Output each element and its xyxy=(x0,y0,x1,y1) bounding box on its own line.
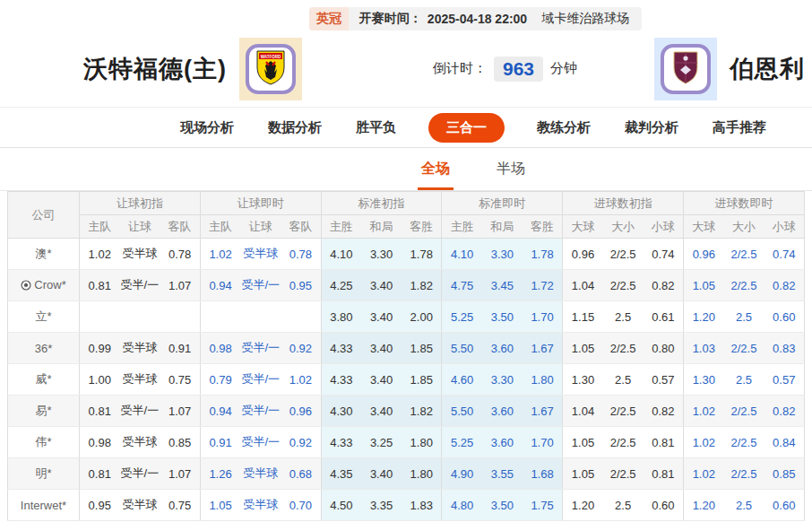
odds-cell: 3.50 xyxy=(482,490,523,521)
odds-cell: 0.92 xyxy=(281,427,321,458)
tab-full-time[interactable]: 全场 xyxy=(418,148,454,190)
odds-cell: 1.70 xyxy=(523,301,563,333)
odds-cell: 受半球 xyxy=(240,458,281,490)
odds-cell: 0.99 xyxy=(80,333,120,364)
odds-cell: 0.57 xyxy=(644,364,684,396)
venue-name: 域卡维治路球场 xyxy=(541,11,629,27)
odds-cell: 1.72 xyxy=(523,270,563,301)
table-row: 立*3.803.402.005.253.501.701.152.50.611.2… xyxy=(8,301,805,333)
odds-cell: 3.60 xyxy=(482,396,523,427)
odds-cell: 1.20 xyxy=(684,301,724,333)
odds-cell: 受半/一 xyxy=(240,270,281,301)
odds-cell xyxy=(80,301,120,333)
odds-cell: 1.02 xyxy=(200,239,240,270)
odds-cell: 0.80 xyxy=(644,333,684,364)
odds-cell: 2.5 xyxy=(603,364,644,396)
odds-cell: 3.40 xyxy=(361,458,402,490)
odds-cell: 1.80 xyxy=(402,427,442,458)
column-header-company: 公司 xyxy=(8,192,80,239)
column-sub-header: 让球 xyxy=(119,215,160,239)
odds-cell: 2.5 xyxy=(724,364,764,396)
countdown-label: 倒计时： xyxy=(433,60,487,77)
column-sub-header: 和局 xyxy=(482,215,523,239)
odds-cell: 0.98 xyxy=(80,427,120,458)
tab-coach-analysis[interactable]: 教练分析 xyxy=(535,113,592,143)
column-sub-header: 主胜 xyxy=(321,215,361,239)
column-sub-header: 让球 xyxy=(240,215,281,239)
team-header: 沃特福德(主) WATFORD 倒计时： 963 分钟 xyxy=(0,30,812,108)
odds-cell: 受半/一 xyxy=(240,427,281,458)
tab-referee-analysis[interactable]: 裁判分析 xyxy=(623,113,680,143)
table-row: 36*0.99受半球0.910.98受半/一0.924.333.401.855.… xyxy=(8,333,805,364)
odds-cell: 0.81 xyxy=(80,270,120,301)
odds-cell: 4.10 xyxy=(321,239,361,270)
odds-cell: 3.40 xyxy=(361,270,402,301)
column-group-header: 标准初指 xyxy=(321,192,442,215)
tab-live-analysis[interactable]: 现场分析 xyxy=(178,113,236,143)
watford-crest-icon: WATFORD xyxy=(255,49,286,89)
column-sub-header: 客胜 xyxy=(402,215,442,239)
odds-cell: 1.82 xyxy=(402,396,442,427)
odds-cell: 1.00 xyxy=(80,364,120,396)
odds-cell: 3.40 xyxy=(361,364,402,396)
odds-cell: 1.05 xyxy=(200,490,240,521)
odds-cell: 3.80 xyxy=(321,301,361,333)
odds-cell: 0.95 xyxy=(80,490,120,521)
tab-win-draw-lose[interactable]: 胜平负 xyxy=(354,113,398,143)
column-sub-header: 大球 xyxy=(563,215,603,239)
odds-cell: 2/2.5 xyxy=(724,333,764,364)
home-team: 沃特福德(主) WATFORD xyxy=(83,38,302,100)
odds-cell: 0.82 xyxy=(644,396,684,427)
odds-cell: 4.50 xyxy=(321,490,361,521)
tab-half-time[interactable]: 半场 xyxy=(493,148,529,190)
odds-cell: 3.50 xyxy=(482,301,523,333)
odds-cell: 4.33 xyxy=(321,333,361,364)
odds-cell: 1.05 xyxy=(563,458,603,490)
odds-cell: 受半球 xyxy=(240,239,281,270)
odds-cell: 0.61 xyxy=(644,301,684,333)
odds-cell: 3.30 xyxy=(361,239,402,270)
odds-cell: 1.80 xyxy=(402,458,442,490)
countdown-unit: 分钟 xyxy=(550,60,577,77)
odds-cell: 4.90 xyxy=(442,458,482,490)
odds-cell: 1.30 xyxy=(563,364,603,396)
odds-cell: 受半球 xyxy=(240,490,281,521)
odds-cell: 2.00 xyxy=(402,301,442,333)
odds-cell: 3.40 xyxy=(361,333,402,364)
odds-cell: 1.85 xyxy=(402,364,442,396)
odds-cell: 1.04 xyxy=(563,270,603,301)
odds-cell: 2/2.5 xyxy=(603,427,644,458)
odds-cell: 0.85 xyxy=(160,427,200,458)
league-badge[interactable]: 英冠 xyxy=(309,7,349,30)
odds-cell: 1.67 xyxy=(523,333,563,364)
odds-cell: 3.60 xyxy=(482,333,523,364)
odds-cell: 1.15 xyxy=(563,301,603,333)
odds-cell: 0.79 xyxy=(200,364,240,396)
odds-cell: 1.70 xyxy=(523,427,563,458)
odds-cell: 3.60 xyxy=(482,427,523,458)
company-cell: 36* xyxy=(8,333,80,364)
odds-cell: 0.95 xyxy=(281,270,321,301)
odds-cell: 1.05 xyxy=(563,333,603,364)
odds-cell: 1.78 xyxy=(402,239,442,270)
home-team-name: 沃特福德(主) xyxy=(83,53,227,85)
odds-cell: 1.20 xyxy=(684,490,724,521)
company-cell: Interwet* xyxy=(8,490,80,521)
odds-cell: 1.05 xyxy=(684,270,724,301)
odds-cell: 2.5 xyxy=(603,301,644,333)
odds-cell: 1.67 xyxy=(523,396,563,427)
odds-cell: 0.60 xyxy=(764,490,804,521)
away-team-name: 伯恩利 xyxy=(730,53,805,85)
tab-three-in-one[interactable]: 三合一 xyxy=(428,113,505,143)
odds-cell: 1.68 xyxy=(523,458,563,490)
odds-cell: 0.74 xyxy=(764,239,804,270)
odds-cell: 3.25 xyxy=(361,427,402,458)
kickoff-time: 2025-04-18 22:00 xyxy=(428,12,527,26)
odds-cell: 1.75 xyxy=(523,490,563,521)
tab-data-analysis[interactable]: 数据分析 xyxy=(266,113,324,143)
odds-cell: 4.10 xyxy=(442,239,482,270)
odds-cell: 0.94 xyxy=(200,270,240,301)
odds-cell: 0.83 xyxy=(764,333,804,364)
odds-cell: 0.85 xyxy=(764,458,804,490)
tab-expert-picks[interactable]: 高手推荐 xyxy=(711,113,768,143)
